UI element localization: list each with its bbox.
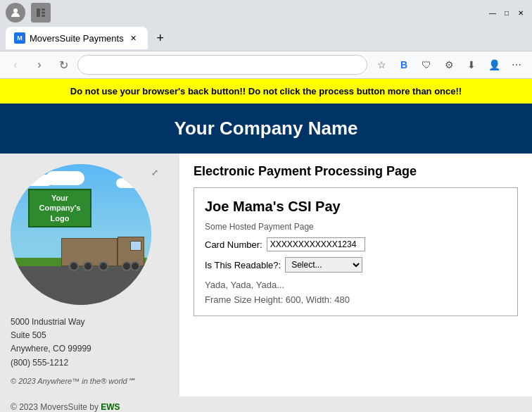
truck-trailer — [61, 238, 118, 266]
expand-icon[interactable]: ⤢ — [151, 168, 158, 177]
address-line1: 5000 Industrial Way — [11, 316, 169, 329]
address-line2: Suite 505 — [11, 329, 169, 342]
forward-button[interactable]: › — [30, 55, 49, 75]
svg-rect-3 — [42, 12, 45, 14]
window-controls: — □ ✕ — [487, 7, 526, 18]
card-number-input[interactable] — [267, 237, 365, 251]
readable-row: Is This Readable?: Select... Yes No — [205, 257, 507, 273]
truck — [61, 237, 144, 266]
svg-rect-2 — [42, 8, 45, 11]
readable-label: Is This Readable?: — [205, 260, 281, 270]
active-tab[interactable]: M MoversSuite Payments ✕ — [6, 27, 148, 49]
tab-bar: M MoversSuite Payments ✕ + — [0, 25, 532, 51]
title-bar: — □ ✕ — [0, 0, 532, 25]
refresh-button[interactable]: ↻ — [53, 55, 73, 75]
address-bar[interactable] — [77, 55, 367, 75]
new-tab-button[interactable]: + — [151, 28, 170, 48]
bold-icon[interactable]: B — [394, 55, 414, 75]
readable-select[interactable]: Select... Yes No — [285, 257, 362, 273]
cloud-3 — [116, 178, 141, 188]
footer: © 2023 MoversSuite by EWS — [0, 397, 532, 412]
truck-cab — [118, 237, 144, 266]
tab-favicon: M — [14, 32, 25, 44]
nav-bar: ‹ › ↻ ☆ B 🛡 ⚙ ⬇ 👤 ⋯ — [0, 51, 532, 79]
title-bar-left — [6, 3, 51, 23]
tab-title: MoversSuite Payments — [30, 33, 124, 44]
company-header: Your Company Name — [0, 104, 532, 154]
logo-container: ⤢ Your Company'sLogo — [11, 164, 162, 316]
warning-text: Do not use your browser's back button!! … — [70, 86, 462, 96]
nav-icons: ☆ B 🛡 ⚙ ⬇ 👤 ⋯ — [372, 55, 526, 75]
road — [11, 266, 151, 305]
ews-link[interactable]: EWS — [101, 402, 120, 412]
copyright-small: © 2023 Anywhere™ in the® world℠ — [11, 377, 169, 386]
main-area: ⤢ Your Company'sLogo — [0, 154, 532, 397]
payment-title: Joe Mama's CSI Pay — [205, 199, 507, 215]
profile-icon[interactable]: 👤 — [484, 55, 504, 75]
logo-circle: Your Company'sLogo — [11, 164, 151, 305]
address-phone: (800) 555-1212 — [11, 356, 169, 370]
svg-point-0 — [13, 8, 18, 13]
browser-chrome: — □ ✕ M MoversSuite Payments ✕ + ‹ › ↻ ☆… — [0, 0, 532, 79]
footer-text: © 2023 MoversSuite by — [11, 402, 99, 412]
card-number-row: Card Number: — [205, 237, 507, 251]
menu-icon[interactable]: ⋯ — [507, 55, 526, 75]
frame-info: Frame Size Height: 600, Width: 480 — [205, 294, 507, 305]
page-content: Do not use your browser's back button!! … — [0, 79, 532, 412]
card-label: Card Number: — [205, 239, 262, 250]
trailer-wheel-2 — [83, 261, 93, 271]
page-title: Electronic Payment Processing Page — [194, 164, 518, 179]
cab-wheel-2 — [130, 261, 140, 271]
extensions-icon[interactable]: ⚙ — [439, 55, 459, 75]
shield-icon[interactable]: 🛡 — [417, 55, 436, 75]
maximize-button[interactable]: □ — [501, 7, 512, 18]
svg-rect-1 — [37, 8, 40, 17]
address-block: 5000 Industrial Way Suite 505 Anywhere, … — [11, 316, 169, 370]
right-panel: Electronic Payment Processing Page Joe M… — [179, 154, 532, 397]
company-name: Your Company Name — [14, 118, 518, 139]
left-panel: ⤢ Your Company'sLogo — [0, 154, 179, 397]
warning-banner: Do not use your browser's back button!! … — [0, 79, 532, 104]
yada-text: Yada, Yada, Yada... — [205, 280, 507, 290]
download-icon[interactable]: ⬇ — [462, 55, 481, 75]
close-button[interactable]: ✕ — [515, 7, 526, 18]
sidebar-button[interactable] — [31, 3, 51, 23]
profile-icon[interactable] — [6, 3, 25, 23]
cloud-2 — [46, 171, 84, 185]
favorites-icon[interactable]: ☆ — [372, 55, 391, 75]
address-line3: Anywhere, CO 99999 — [11, 342, 169, 356]
tab-close-button[interactable]: ✕ — [128, 32, 139, 44]
back-button[interactable]: ‹ — [6, 55, 25, 75]
svg-rect-4 — [42, 15, 45, 17]
payment-box: Joe Mama's CSI Pay Some Hosted Payment P… — [194, 187, 518, 316]
minimize-button[interactable]: — — [487, 7, 498, 18]
hosted-text: Some Hosted Payment Page — [205, 222, 507, 232]
trailer-wheel-3 — [99, 261, 108, 271]
logo-sign: Your Company'sLogo — [28, 189, 91, 227]
trailer-wheel-1 — [69, 261, 79, 271]
